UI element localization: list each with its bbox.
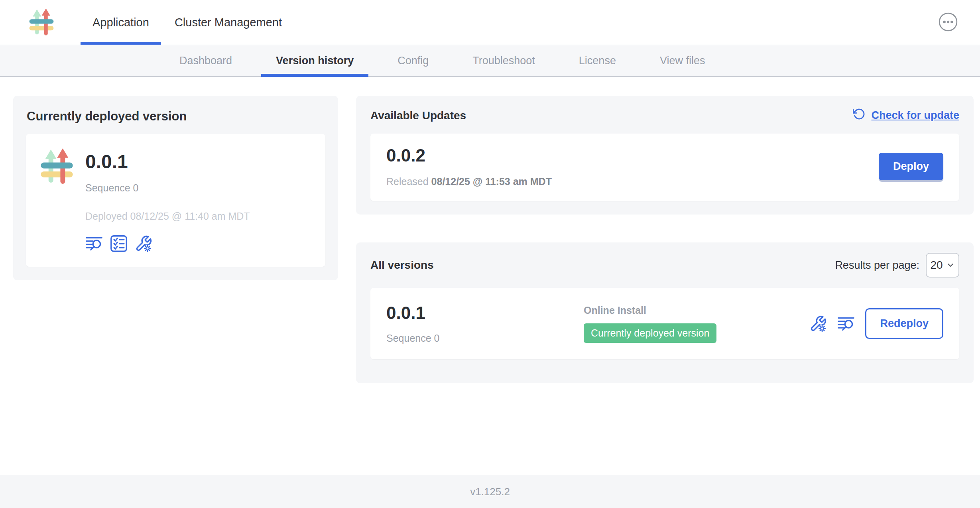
currently-deployed-title: Currently deployed version [27, 109, 325, 124]
deployed-timestamp: Deployed 08/12/25 @ 11:40 am MDT [85, 211, 250, 222]
results-per-page: Results per page: 20 [835, 253, 959, 278]
row-install-type: Online Install [584, 305, 809, 316]
deployed-version-actions [85, 235, 250, 252]
version-row: 0.0.1 Sequence 0 Online Install Currentl… [370, 288, 959, 359]
subnav-tab-license[interactable]: License [557, 45, 638, 76]
app-subnav: Dashboard Version history Config Trouble… [0, 45, 980, 77]
currently-deployed-badge: Currently deployed version [584, 323, 716, 343]
subnav-tab-label: View files [660, 55, 705, 67]
available-updates-title: Available Updates [370, 109, 466, 122]
ellipsis-circle-icon [938, 12, 958, 33]
refresh-rotate-ccw-icon [853, 108, 866, 123]
overflow-menu-button[interactable] [938, 12, 958, 32]
release-diff-icon[interactable] [837, 315, 855, 333]
preflight-checks-icon[interactable] [110, 235, 128, 252]
nav-tab-application[interactable]: Application [80, 0, 162, 45]
subnav-tab-label: Dashboard [179, 55, 232, 67]
main-content: Currently deployed version [0, 77, 980, 475]
available-updates-section: Available Updates Check for update [356, 96, 974, 215]
deployed-sequence: Sequence 0 [85, 182, 250, 194]
kots-admin-console: Application Cluster Management Dashboard [0, 0, 980, 508]
config-wrench-icon[interactable] [809, 315, 827, 333]
deployed-version-number: 0.0.1 [85, 151, 250, 173]
app-footer: v1.125.2 [0, 475, 980, 508]
nav-tab-label: Application [92, 16, 149, 29]
subnav-tab-label: Troubleshoot [472, 55, 535, 67]
subnav-tab-troubleshoot[interactable]: Troubleshoot [451, 45, 557, 76]
check-for-update-label: Check for update [871, 109, 959, 122]
primary-nav: Application Cluster Management [80, 0, 295, 45]
subnav-tab-version-history[interactable]: Version history [254, 45, 376, 76]
all-versions-section: All versions Results per page: 20 [356, 242, 974, 383]
chevron-down-icon [946, 259, 955, 271]
deployed-version-detail: 0.0.1 Sequence 0 Deployed 08/12/25 @ 11:… [26, 134, 325, 267]
app-logo-icon [27, 0, 56, 45]
subnav-tab-label: Version history [276, 55, 354, 67]
nav-tab-label: Cluster Management [175, 16, 282, 29]
console-version: v1.125.2 [470, 486, 510, 498]
top-navbar: Application Cluster Management [0, 0, 980, 45]
row-version-number: 0.0.1 [386, 303, 584, 323]
check-for-update-link[interactable]: Check for update [853, 108, 959, 123]
subnav-tab-label: Config [398, 55, 429, 67]
nav-tab-cluster-management[interactable]: Cluster Management [162, 0, 295, 45]
subnav-tab-config[interactable]: Config [376, 45, 451, 76]
all-versions-title: All versions [370, 259, 434, 272]
config-wrench-icon[interactable] [135, 235, 152, 252]
currently-deployed-card: Currently deployed version [13, 96, 338, 280]
redeploy-button[interactable]: Redeploy [865, 308, 943, 339]
subnav-tab-dashboard[interactable]: Dashboard [157, 45, 254, 76]
row-sequence: Sequence 0 [386, 333, 584, 344]
update-version-number: 0.0.2 [386, 146, 552, 165]
results-per-page-label: Results per page: [835, 259, 919, 272]
results-per-page-select[interactable]: 20 [926, 253, 959, 278]
available-update-row: 0.0.2 Released 08/12/25 @ 11:53 am MDT D… [370, 134, 959, 201]
deploy-button[interactable]: Deploy [879, 153, 943, 180]
right-column: Available Updates Check for update [356, 96, 974, 383]
results-per-page-value: 20 [930, 259, 943, 272]
update-released-timestamp: Released 08/12/25 @ 11:53 am MDT [386, 176, 552, 187]
release-diff-icon[interactable] [85, 235, 103, 252]
navbar-spacer [295, 0, 938, 45]
app-logo-icon [38, 147, 76, 252]
row-actions: Redeploy [809, 308, 943, 339]
subnav-tab-view-files[interactable]: View files [638, 45, 727, 76]
subnav-tab-label: License [579, 55, 616, 67]
